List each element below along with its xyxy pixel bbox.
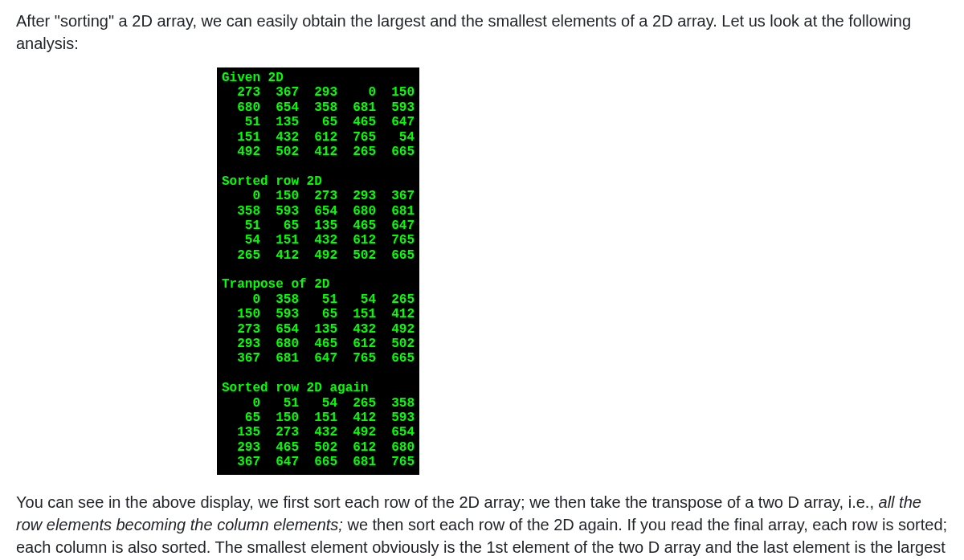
intro-paragraph: After "sorting" a 2D array, we can easil… xyxy=(16,10,948,55)
terminal-output: Given 2D 273 367 293 0 150 680 654 358 6… xyxy=(217,67,419,475)
explain-part-a: You can see in the above display, we fir… xyxy=(16,493,879,511)
explanation-paragraph: You can see in the above display, we fir… xyxy=(16,491,948,560)
